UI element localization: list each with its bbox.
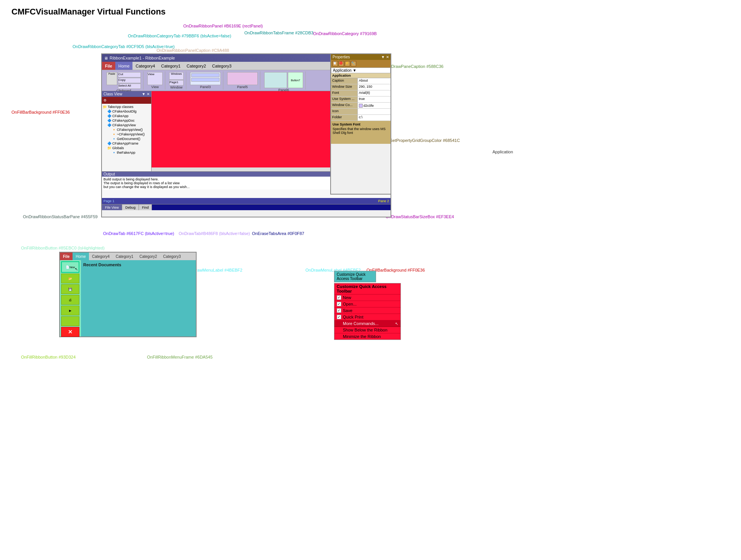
copy-button[interactable]: Copy [118,78,141,83]
mini-sidebar-item-save[interactable]: 💾 [61,284,79,294]
annotation-onDrawRibbonPanel: OnDrawRibbonPanel #B6169E (rectPanel) [183,24,263,28]
mini-ribbon-menu: File Home Category4 Category1 Category2 … [60,253,196,260]
ide-window-title: RibbonExample1 - RibbonExample [110,56,175,60]
class-view-title: Class View [103,92,122,96]
home-tab[interactable]: Home [115,62,132,70]
ctx-item-open[interactable]: ✓ Open... [334,301,400,307]
props-val[interactable]: About [358,78,391,84]
category2-tab[interactable]: Category2 [184,62,209,70]
ide-window-icon: 🖥 [104,56,108,60]
status-bar: Page 1 Pane 2 [102,198,391,204]
print-icon: 🖨 [69,298,72,302]
mini-sidebar-item-print[interactable]: 🖨 [61,295,79,305]
debug-tab[interactable]: Debug [122,204,139,210]
selectall-button[interactable]: Select All [118,84,141,89]
props-val[interactable]: true [358,97,391,102]
annotation-onFillRibbonButton-93D324: OnFillRibbonButton #93D324 [21,355,76,359]
panel5-area [227,72,258,85]
category3-tab[interactable]: Category3 [209,62,235,70]
props-btn-2[interactable]: 🔴 [339,61,344,66]
view-group: View View [145,71,165,90]
annotation-onFillRibbonMenuFrame: OnFillRibbonMenuFrame #6DA545 [147,355,213,359]
checkbox-save: ✓ [337,308,341,313]
ctx-item-save[interactable]: ✓ Save [334,307,400,314]
save-icon: 💾 [68,288,72,291]
windows-button[interactable]: Windows [169,72,184,80]
context-menu-section: Customize Quick Access Toolbar Customize… [334,271,401,340]
panel3-label: Panel3 [200,85,211,89]
ctx-label-morecommands: More Commands... [343,321,379,326]
annotation-onDrawTab-false: OnDrawTab#B486F8 (blsActive=false) [179,231,250,236]
paste-button[interactable]: Paste [107,72,117,85]
mini-sidebar-item-empty[interactable] [61,316,79,326]
annotation-onDrawTab-true: OnDrawTab #6617FC (blsActive=true) [103,231,174,236]
ctx-item-showbelow[interactable]: Show Below the Ribbon [334,327,400,333]
submenu-icon: ▶ [69,309,71,312]
props-val[interactable]: 290, 150 [358,84,391,90]
ctx-item-morecommands[interactable]: More Commands... ↖ [334,320,400,327]
props-val[interactable]: c:\ [358,115,391,121]
annotation-onDrawRibbonCategory: OnDrawRibbonCategory #79169B [313,31,377,36]
mini-sidebar-item-open[interactable]: 📂 [61,274,79,283]
tree-item: 🔷 CFakeApp [103,114,150,118]
mini-category3-tab[interactable]: Category3 [160,253,184,260]
file-menu-button[interactable]: File [102,62,115,70]
properties-panel: Properties ▼ ✕ 📋 🔴 ⚡ 🔧 Application ▼ App… [330,53,391,195]
ctx-trigger-btn[interactable]: Customize Quick Access Toolbar [334,271,376,282]
class-view-toolbar-btn[interactable]: ⚙ [103,98,107,102]
tree-item: 🔸 ~CFakeAppView() [103,132,150,137]
props-dropdown-value: Application [333,68,352,72]
mini-category4-tab[interactable]: Category4 [89,253,113,260]
button7-button[interactable]: Button7 [288,72,303,88]
ctx-item-minimize[interactable]: Minimize the Ribbon [334,333,400,340]
tree-label: CFakeAppDoc [112,119,135,122]
mini-category2-tab[interactable]: Category2 [136,253,160,260]
props-key: Icon [331,109,358,114]
props-val[interactable] [358,109,391,114]
mini-sidebar-item-close[interactable]: ✕ [61,327,79,337]
open-icon: 📂 [68,277,72,280]
category1-tab[interactable]: Category1 [158,62,184,70]
props-toolbar: 📋 🔴 ⚡ 🔧 [331,60,391,68]
status-page: Page 1 [103,199,115,203]
tree-item: 🔷 CFakeAppFrame [103,141,150,146]
panel6-group: Button7 Panel6 [262,71,306,90]
props-val[interactable]: d2c0fe [358,103,391,108]
props-btn-1[interactable]: 📋 [333,61,338,66]
props-row: Window Co... d2c0fe [331,103,391,109]
cut-button[interactable]: Cut [118,72,141,77]
page1-button[interactable]: Page1 [169,80,184,85]
props-dropdown[interactable]: Application ▼ [331,68,391,73]
color-swatch [359,104,363,108]
category4-tab[interactable]: Category4 [132,62,158,70]
file-view-tab[interactable]: File View [102,204,122,210]
annotation-onFillRibbonButton-highlighted: OnFillRibbonButton #85EBC0 (lsHighlighte… [21,246,105,250]
tree-item: 🔹 GetDocument() [103,137,150,141]
annotation-onEraseTabsArea: OnEraseTabsArea #0F0F87 [252,231,304,236]
ctx-item-quickprint[interactable]: ✓ Quick Print [334,314,400,320]
props-btn-3[interactable]: ⚡ [345,61,350,66]
props-key: Font [331,90,358,96]
props-btn-4[interactable]: 🔧 [351,61,356,66]
ctx-item-new[interactable]: ✓ New [334,294,400,301]
ctx-label-save: Save [343,308,352,313]
ctx-menu-title: Customize Quick Access Toolbar [334,283,400,294]
props-titlebar: Properties ▼ ✕ [331,54,391,60]
tree-item: 🔷 CFakeAboutDlg [103,109,150,114]
annotation-onDrawRibbonPanelCaption: OnDrawRibbonPanelCaption #C9A488 [157,48,229,53]
mini-home-tab[interactable]: Home [73,253,89,260]
ctx-label-showbelow: Show Below the Ribbon [343,328,387,332]
view-button[interactable]: View [147,72,163,85]
ctx-label-open: Open... [343,302,357,306]
checkbox-open: ✓ [337,302,341,306]
find-tab[interactable]: Find [139,204,152,210]
props-row: Icon [331,109,391,115]
mini-file-button[interactable]: File [60,253,73,260]
mini-sidebar-item-submenu[interactable]: ▶ [61,306,79,315]
mini-category1-tab[interactable]: Category1 [113,253,136,260]
tree-item: 🔸 CFakeAppView() [103,127,150,132]
checkbox-new: ✓ [337,295,341,300]
props-val[interactable]: Arial(8) [358,90,391,96]
panel6-area [264,72,287,88]
mini-sidebar-item-new[interactable]: 📄 New ↖ [61,261,79,273]
